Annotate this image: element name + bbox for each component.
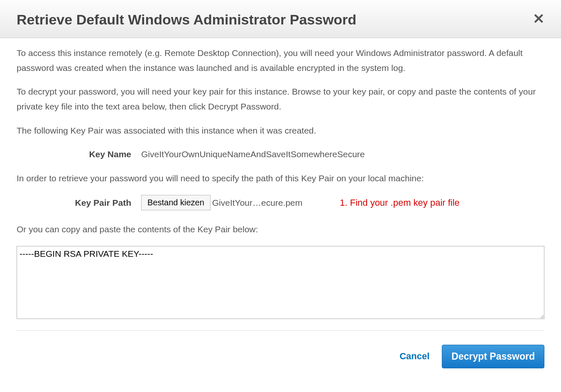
paste-keypair-label: Or you can copy and paste the contents o… xyxy=(17,222,544,237)
modal-title: Retrieve Default Windows Administrator P… xyxy=(17,12,356,28)
key-name-label: Key Name xyxy=(17,149,141,159)
modal-header: Retrieve Default Windows Administrator P… xyxy=(0,0,561,38)
choose-file-button[interactable]: Bestand kiezen xyxy=(141,195,211,210)
modal-body: To access this instance remotely (e.g. R… xyxy=(0,38,561,321)
modal-footer: Cancel Decrypt Password xyxy=(17,330,544,368)
associated-keypair-text: The following Key Pair was associated wi… xyxy=(17,123,544,138)
selected-file-name: GiveItYour…ecure.pem xyxy=(212,198,303,208)
key-pair-path-label: Key Pair Path xyxy=(17,198,141,208)
key-name-value: GiveItYourOwnUniqueNameAndSaveItSomewher… xyxy=(141,149,365,159)
key-pair-path-row: Key Pair Path Bestand kiezen GiveItYour…… xyxy=(17,195,544,210)
private-key-textarea[interactable] xyxy=(17,246,544,319)
key-pair-path-instruction: In order to retrieve your password you w… xyxy=(17,171,544,186)
annotation-find-pem: 1. Find your .pem key pair file xyxy=(340,197,460,208)
close-icon[interactable]: ✕ xyxy=(533,12,544,26)
cancel-button[interactable]: Cancel xyxy=(399,351,429,362)
intro-paragraph-2: To decrypt your password, you will need … xyxy=(17,84,544,114)
key-name-row: Key Name GiveItYourOwnUniqueNameAndSaveI… xyxy=(17,149,544,159)
decrypt-password-button[interactable]: Decrypt Password xyxy=(442,345,544,368)
intro-paragraph-1: To access this instance remotely (e.g. R… xyxy=(17,46,544,75)
